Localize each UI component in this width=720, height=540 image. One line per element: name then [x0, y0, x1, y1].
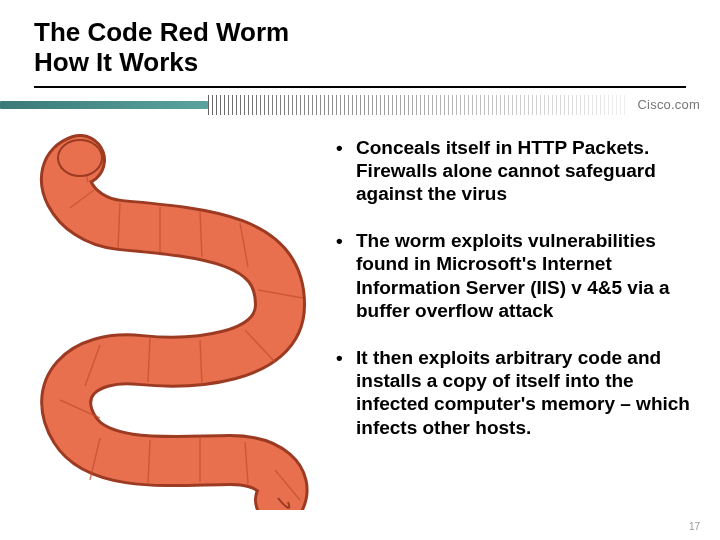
- title-line-1: The Code Red Worm: [34, 18, 720, 48]
- bullet-list: Conceals itself in HTTP Packets. Firewal…: [330, 130, 690, 510]
- worm-icon: [30, 130, 320, 510]
- slide-title-block: The Code Red Worm How It Works: [0, 0, 720, 84]
- worm-illustration: [30, 130, 320, 510]
- bullet-item: Conceals itself in HTTP Packets. Firewal…: [330, 136, 690, 206]
- title-line-2: How It Works: [34, 48, 720, 78]
- brand-label: Cisco.com: [628, 97, 720, 112]
- bullet-item: It then exploits arbitrary code and inst…: [330, 346, 690, 439]
- page-number: 17: [689, 521, 700, 532]
- divider-ticks: [208, 95, 628, 115]
- divider-row: Cisco.com: [0, 92, 720, 118]
- title-underline: [34, 86, 686, 88]
- svg-point-17: [58, 140, 102, 176]
- content-area: Conceals itself in HTTP Packets. Firewal…: [0, 118, 720, 510]
- divider-bar: [0, 101, 208, 109]
- bullet-item: The worm exploits vulnerabilities found …: [330, 229, 690, 322]
